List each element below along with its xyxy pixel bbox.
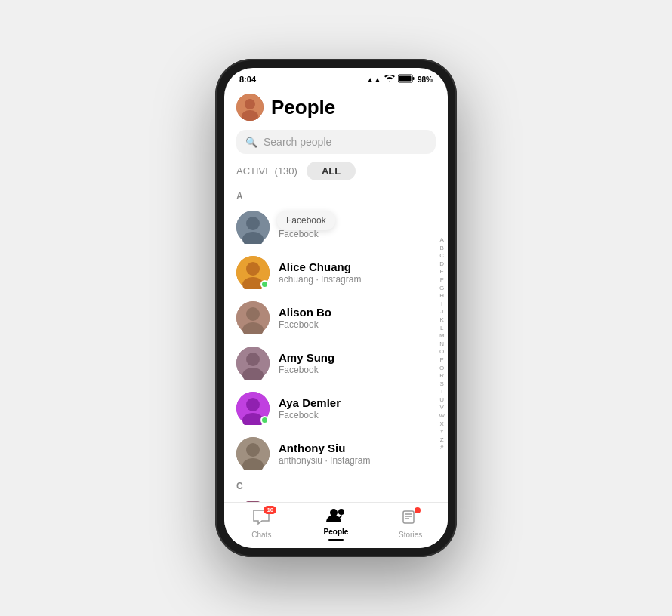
svg-point-7 [246,217,260,230]
phone-screen: 8:04 ▲▲ 98% [224,68,448,548]
tab-toggle: ACTIVE (130) ALL [236,162,436,180]
bottom-nav: 10 Chats People [224,502,448,548]
contact-sub-aya: Facebook [279,410,436,420]
svg-point-22 [246,443,260,457]
contact-info-alice: Alice Chuang achuang · Instagram [279,260,436,285]
contact-item-anthony-siu[interactable]: Anthony Siu anthonysiu · Instagram [224,431,448,476]
nav-label-stories: Stories [399,531,422,539]
contact-avatar-aya [236,392,270,425]
svg-point-4 [245,99,255,109]
contact-sub-alan: Facebook [279,229,436,239]
svg-point-10 [246,262,260,276]
search-icon: 🔍 [245,137,257,148]
section-header-c: C [224,476,448,494]
contact-name-alison: Alison Bo [279,306,436,319]
contact-sub-alice: achuang · Instagram [279,274,436,285]
contact-name-alice: Alice Chuang [279,260,436,273]
contact-item-alan-zhao[interactable]: Alan Zhao Facebook Facebook [224,205,448,250]
stories-icon [402,509,419,529]
status-time: 8:04 [239,75,256,84]
online-indicator-aya [260,416,269,424]
app-header: People [224,88,448,127]
contact-avatar-amy [236,346,270,380]
online-indicator-alice [260,280,269,288]
status-bar: 8:04 ▲▲ 98% [224,68,448,88]
contact-avatar-alan [236,211,270,244]
svg-point-16 [246,353,260,366]
stories-badge [415,507,421,513]
signal-icon: ▲▲ [366,75,381,84]
contact-name-anthony: Anthony Siu [279,442,436,454]
contact-info-anthony: Anthony Siu anthonysiu · Instagram [279,442,436,466]
contact-item-alison-bo[interactable]: Alison Bo Facebook [224,295,448,340]
nav-item-chats[interactable]: 10 Chats [224,507,299,541]
nav-item-people[interactable]: People [299,507,374,541]
contact-info-aya: Aya Demler Facebook [279,396,436,420]
svg-point-31 [338,509,344,515]
nav-label-people: People [324,528,349,536]
contact-avatar-alice [236,256,270,289]
contact-info-amy: Amy Sung Facebook [279,351,436,375]
content-area: A B C D E F G H I J K L M N O P Q R S T [224,186,448,502]
battery-icon [398,74,415,85]
contact-sub-anthony: anthonysiu · Instagram [279,455,436,466]
svg-rect-2 [399,76,411,82]
contact-item-amy-sung[interactable]: Amy Sung Facebook [224,340,448,386]
contact-item-alice-chuang[interactable]: Alice Chuang achuang · Instagram [224,250,448,295]
wifi-icon [384,75,395,84]
nav-active-bar [328,539,344,541]
nav-item-stories[interactable]: Stories [373,507,448,541]
contact-avatar-alison [236,301,270,334]
svg-rect-1 [412,77,414,80]
chats-badge: 10 [264,506,276,514]
contact-avatar-carol [236,500,270,502]
contact-item-carol-yip[interactable]: Carol Yip carolyip · Instagram [224,494,448,502]
people-icon [326,507,346,526]
user-avatar[interactable] [236,94,264,121]
contact-name-amy: Amy Sung [279,351,436,364]
contact-avatar-anthony [236,437,270,470]
battery-percent: 98% [418,75,433,84]
contact-sub-alison: Facebook [279,319,436,330]
contact-sub-amy: Facebook [279,365,436,375]
tooltip-alan: Facebook [277,211,335,230]
search-bar[interactable]: 🔍 Search people [236,130,436,154]
section-header-a: A [224,186,448,205]
svg-point-13 [246,307,260,321]
svg-point-24 [236,500,270,502]
chats-icon: 10 [252,509,270,529]
tab-all-button[interactable]: ALL [307,162,356,180]
tab-active-label[interactable]: ACTIVE (130) [236,165,297,177]
phone-frame: 8:04 ▲▲ 98% [215,59,457,557]
svg-point-19 [246,398,260,411]
svg-rect-32 [403,511,414,523]
page-title: People [271,96,335,119]
nav-label-chats: Chats [251,531,271,539]
contact-name-aya: Aya Demler [279,396,436,409]
contact-item-aya-demler[interactable]: Aya Demler Facebook [224,386,448,431]
search-placeholder: Search people [264,136,331,148]
contact-info-alison: Alison Bo Facebook [279,306,436,330]
